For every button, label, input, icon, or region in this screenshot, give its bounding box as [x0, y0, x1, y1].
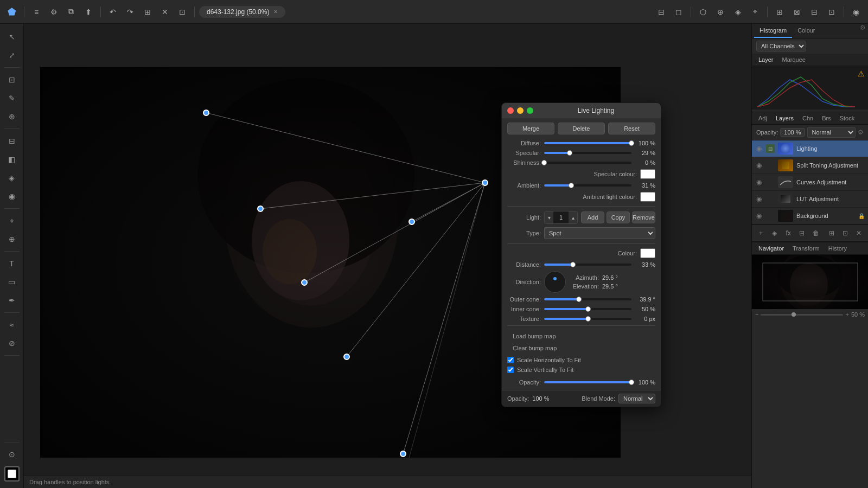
blend-mode-select[interactable]: Normal Multiply Screen: [618, 394, 655, 403]
tool-c[interactable]: ◈: [730, 4, 745, 20]
tool-d[interactable]: ⌖: [748, 4, 763, 20]
clear-bump-map-btn[interactable]: Clear bump map: [507, 342, 655, 354]
panel-gear-icon[interactable]: ⚙: [860, 24, 866, 38]
delete-btn[interactable]: Delete: [558, 123, 605, 134]
histogram-tab[interactable]: Histogram: [754, 24, 792, 38]
ambient-colour-swatch[interactable]: [640, 192, 655, 202]
add-light-btn[interactable]: Add: [581, 211, 604, 223]
layers-icon[interactable]: ⧉: [63, 4, 79, 20]
layer-item-lighting[interactable]: ◉ ⊟ Lighting: [752, 140, 868, 157]
marquee-sub-tab[interactable]: Marquee: [778, 54, 810, 66]
file-tab-close[interactable]: ✕: [273, 9, 278, 15]
select-icon[interactable]: ⊡: [175, 4, 190, 20]
selection-btn[interactable]: ⊟: [3, 132, 21, 150]
shape-btn[interactable]: ▭: [3, 273, 21, 291]
layer-item-background[interactable]: ◉ Background 🔒: [752, 208, 868, 224]
shininess-slider[interactable]: [544, 162, 631, 164]
merge-btn[interactable]: Merge: [507, 123, 554, 134]
file-tab[interactable]: d643-132.jpg (50.0%) ✕: [199, 6, 285, 18]
fx-layer-btn[interactable]: fx: [783, 227, 794, 239]
text-btn[interactable]: T: [3, 255, 21, 272]
light-stepper[interactable]: ▾ 1 ▴: [544, 211, 578, 224]
direction-widget[interactable]: [544, 271, 566, 293]
light-handle-5[interactable]: [343, 354, 350, 360]
undo-icon[interactable]: ↶: [105, 4, 120, 20]
display-icon[interactable]: ◻: [671, 4, 686, 20]
expand-icon[interactable]: ⊞: [772, 4, 787, 20]
view-icon[interactable]: ⊞: [140, 4, 155, 20]
load-bump-map-btn[interactable]: Load bump map: [507, 330, 655, 342]
close-window-btn[interactable]: [507, 107, 514, 114]
file-menu-icon[interactable]: ≡: [29, 4, 44, 20]
mask-layer-btn[interactable]: ⊟: [796, 227, 808, 239]
dodge-btn[interactable]: ◉: [3, 188, 21, 205]
layer-vis-lut[interactable]: ◉: [755, 195, 763, 203]
light-handle-bottom[interactable]: [400, 451, 406, 457]
chn-tab[interactable]: Chn: [798, 112, 818, 124]
move-tool-btn[interactable]: ↖: [3, 28, 21, 46]
layer-item-split-toning[interactable]: ◉ Split Toning Adjustment: [752, 157, 868, 174]
paint-brush-btn[interactable]: ✎: [3, 89, 21, 107]
ambient-slider[interactable]: [544, 184, 631, 187]
light-handle-1[interactable]: [203, 110, 209, 116]
channel-select[interactable]: All Channels Red Green Blue: [756, 41, 806, 52]
history-tab[interactable]: History: [824, 242, 851, 254]
smudge-btn[interactable]: ≈: [3, 316, 21, 333]
nav-zoom-slider[interactable]: [761, 314, 843, 316]
stepper-up[interactable]: ▴: [569, 211, 577, 223]
diffuse-slider[interactable]: [544, 142, 631, 144]
layer-vis-lighting[interactable]: ◉: [755, 145, 763, 152]
remove-light-btn[interactable]: Remove: [632, 211, 655, 223]
layer-group-btn[interactable]: ⊡: [840, 227, 851, 239]
tool-b[interactable]: ⊕: [713, 4, 728, 20]
colour-tab[interactable]: Colour: [792, 24, 820, 38]
outer-cone-slider[interactable]: [544, 298, 631, 300]
nav-plus[interactable]: +: [845, 311, 848, 318]
colour-swatch[interactable]: [640, 248, 655, 258]
light-handle-2[interactable]: [257, 206, 264, 212]
copy-light-btn[interactable]: Copy: [607, 211, 630, 223]
adj-tab[interactable]: Adj: [754, 112, 771, 124]
stepper-down[interactable]: ▾: [545, 211, 553, 223]
scale-v-checkbox[interactable]: [507, 367, 514, 373]
blur-btn[interactable]: ⊘: [3, 335, 21, 352]
specular-colour-swatch[interactable]: [640, 169, 655, 179]
layer-sub-tab[interactable]: Layer: [754, 54, 778, 66]
maximize-window-btn[interactable]: [527, 107, 533, 114]
settings-icon[interactable]: ⚙: [46, 4, 61, 20]
share-icon[interactable]: ⊡: [824, 4, 839, 20]
layer-search-btn[interactable]: ✕: [853, 227, 865, 239]
minimize-window-btn[interactable]: [517, 107, 524, 114]
brs-tab[interactable]: Brs: [818, 112, 835, 124]
heal-btn[interactable]: ⊕: [3, 108, 21, 125]
navigator-tab[interactable]: Navigator: [754, 242, 788, 254]
fill-btn[interactable]: ◧: [3, 151, 21, 168]
inner-cone-slider[interactable]: [544, 308, 631, 310]
eyedropper-btn[interactable]: ⌖: [3, 212, 21, 229]
stock-tab[interactable]: Stock: [835, 112, 859, 124]
gradient-btn[interactable]: ◈: [3, 169, 21, 187]
reset-btn[interactable]: Reset: [608, 123, 655, 134]
distance-slider[interactable]: [544, 264, 631, 266]
layer-options-btn[interactable]: ⊞: [826, 227, 837, 239]
blend-mode-layers[interactable]: Normal Multiply Screen: [807, 127, 856, 138]
color-swatch[interactable]: [4, 466, 20, 481]
export-icon[interactable]: ⬆: [81, 4, 96, 20]
pen-btn[interactable]: ✒: [3, 292, 21, 309]
crop-tool-btn[interactable]: ⊡: [3, 71, 21, 88]
user-icon[interactable]: ◉: [848, 4, 864, 20]
scale-h-checkbox[interactable]: [507, 357, 514, 363]
specular-slider[interactable]: [544, 152, 631, 154]
adjust-layer-btn[interactable]: ◈: [769, 227, 780, 239]
view-tool-btn[interactable]: ⊙: [3, 446, 21, 463]
layer-item-curves[interactable]: ◉ Curves Adjustment: [752, 174, 868, 191]
layer-vis-split[interactable]: ◉: [755, 162, 763, 169]
light-handle-main[interactable]: [482, 179, 488, 186]
transform-tool-btn[interactable]: ⤢: [3, 47, 21, 64]
layers-tab[interactable]: Layers: [771, 112, 798, 124]
layer-item-lut[interactable]: ◉ LUT Adjustment: [752, 191, 868, 208]
opacity-value-layers[interactable]: 100 %: [780, 128, 805, 137]
fit-icon[interactable]: ⊟: [807, 4, 822, 20]
transform-tab[interactable]: Transform: [788, 242, 824, 254]
texture-slider[interactable]: [544, 318, 631, 320]
